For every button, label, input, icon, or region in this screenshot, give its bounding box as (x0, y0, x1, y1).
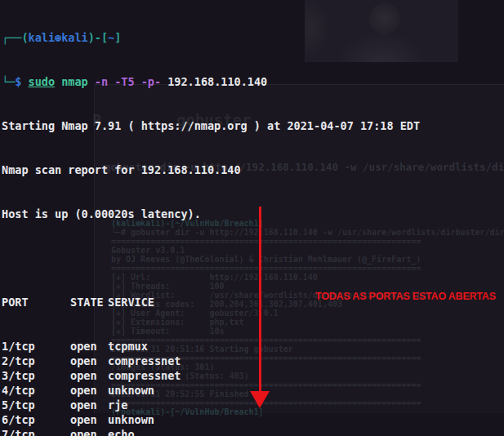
port-cell: 7/tcp (2, 427, 70, 436)
port-cell: 6/tcp (2, 412, 70, 427)
service-cell: echo (108, 428, 135, 436)
prompt-frame-close: ] (114, 31, 121, 44)
service-cell: unknown (108, 413, 154, 426)
service-cell: compressnet (108, 369, 181, 382)
table-row: 4/tcpopenunknown (2, 383, 420, 398)
state-cell: open (70, 412, 108, 427)
state-cell: open (70, 354, 108, 368)
header-state: STATE (70, 295, 108, 309)
command-nmap: nmap (55, 75, 95, 88)
state-cell: open (70, 427, 108, 436)
table-row: 2/tcpopencompressnet (2, 354, 420, 368)
state-cell: open (70, 398, 108, 412)
table-row: 3/tcpopencompressnet (2, 368, 420, 383)
header-service: SERVICE (108, 296, 154, 309)
red-arrow-head (250, 391, 270, 408)
header-port: PORT (2, 295, 70, 309)
prompt-user: kali⊛kali (29, 31, 88, 44)
service-cell: rje (108, 398, 127, 412)
state-cell: open (70, 339, 108, 354)
service-cell: compressnet (108, 354, 181, 367)
table-row: 5/tcpopenrje (2, 398, 420, 412)
prompt-frame-mid: )-[ (88, 31, 108, 44)
table-row: 7/tcpopenecho (2, 427, 420, 436)
command-options: -n -T5 -p- (95, 75, 161, 88)
port-cell: 2/tcp (2, 354, 70, 368)
annotation-label: TODAS AS PORTAS ESTAO ABERTAS (315, 290, 496, 303)
command-target-ip: 192.168.110.140 (161, 75, 267, 88)
blank-line (2, 251, 420, 265)
prompt-line-1: ┌──(kali⊛kali)-[~] (2, 30, 420, 45)
nmap-hostup-line: Host is up (0.00020s latency). (2, 207, 420, 221)
table-row: 1/tcpopentcpmux (2, 339, 420, 354)
command-sudo: sudo (29, 75, 56, 88)
table-row: 6/tcpopenunknown (2, 412, 420, 427)
service-cell: unknown (108, 384, 154, 397)
nmap-start-line: Starting Nmap 7.91 ( https://nmap.org ) … (2, 118, 420, 133)
prompt-path: ~ (108, 31, 114, 44)
prompt-dollar: $ (15, 75, 28, 88)
prompt-line-2: └─$ sudo nmap -n -T5 -p- 192.168.110.140 (2, 74, 420, 89)
port-cell: 3/tcp (2, 368, 70, 383)
port-cell: 5/tcp (2, 398, 70, 412)
nmap-report-line: Nmap scan report for 192.168.110.140 (2, 162, 420, 177)
terminal-window[interactable]: R gobuster gobuster dir -u http://192.16… (0, 0, 504, 436)
prompt-frame: ┌──( (2, 31, 29, 44)
state-cell: open (70, 368, 108, 383)
port-cell: 1/tcp (2, 339, 70, 354)
service-cell: tcpmux (108, 340, 148, 353)
port-cell: 4/tcp (2, 383, 70, 398)
prompt-frame-2: └─ (2, 75, 15, 88)
red-arrow-shaft (259, 207, 261, 392)
state-cell: open (70, 383, 108, 398)
terminal-output: ┌──(kali⊛kali)-[~] └─$ sudo nmap -n -T5 … (2, 1, 420, 436)
port-table: 1/tcpopentcpmux2/tcpopencompressnet3/tcp… (2, 339, 420, 436)
